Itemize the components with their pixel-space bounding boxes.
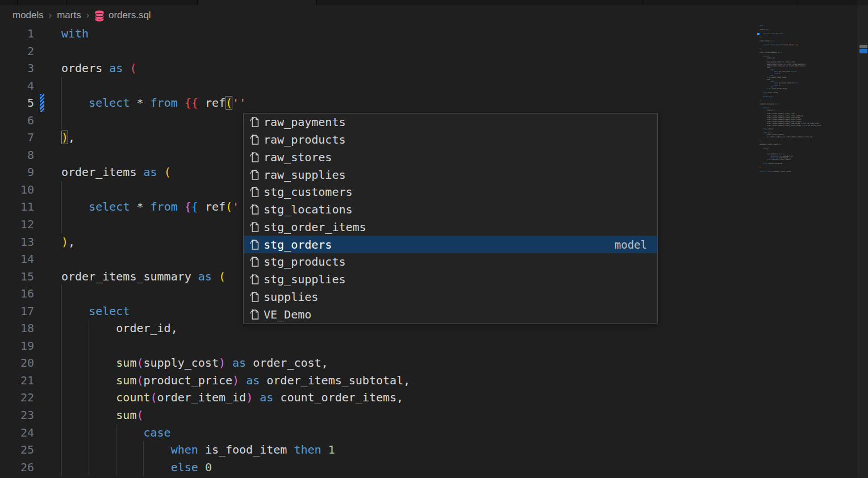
line-number[interactable]: 7 bbox=[0, 129, 34, 146]
breadcrumb-item-models[interactable]: models bbox=[12, 10, 44, 21]
suggest-item-stg_orders[interactable]: stg_ordersmodel bbox=[244, 236, 657, 253]
code-line-19[interactable]: 19 bbox=[0, 337, 868, 355]
gutter-decoration-zone bbox=[34, 354, 61, 372]
code-text: order_items as ( bbox=[61, 163, 171, 181]
scrollbar-overview-ruler[interactable] bbox=[858, 0, 868, 478]
suggest-item-stg_order_items[interactable]: stg_order_items bbox=[244, 219, 657, 236]
model-file-icon bbox=[248, 203, 260, 216]
gutter-decoration-zone bbox=[34, 406, 61, 424]
line-number[interactable]: 18 bbox=[0, 320, 34, 337]
minimap[interactable]: with orders as ( select * from {{ ref(''… bbox=[756, 25, 858, 478]
line-number[interactable]: 12 bbox=[0, 216, 34, 233]
suggest-item-stg_customers[interactable]: stg_customers bbox=[244, 183, 657, 201]
line-number[interactable]: 16 bbox=[0, 285, 34, 303]
indent-guide bbox=[61, 112, 62, 129]
gutter-decoration-zone bbox=[34, 320, 61, 337]
line-number[interactable]: 23 bbox=[0, 406, 34, 424]
code-line-26[interactable]: 26 else 0 bbox=[0, 459, 868, 476]
code-line-24[interactable]: 24 case bbox=[0, 424, 868, 442]
breadcrumb-item-orders-sql[interactable]: orders.sql bbox=[108, 10, 151, 21]
line-number[interactable]: 22 bbox=[0, 389, 34, 406]
suggest-item-stg_products[interactable]: stg_products bbox=[244, 253, 657, 271]
line-number[interactable]: 5 bbox=[0, 94, 34, 112]
suggest-item-raw_supplies[interactable]: raw_supplies bbox=[244, 166, 657, 183]
model-file-icon bbox=[248, 308, 260, 321]
line-number[interactable]: 24 bbox=[0, 424, 34, 442]
line-number[interactable]: 21 bbox=[0, 372, 34, 389]
suggest-item-raw_stores[interactable]: raw_stores bbox=[244, 149, 657, 166]
gutter-decoration-zone bbox=[34, 459, 61, 476]
suggest-item-ve_demo[interactable]: VE_Demo bbox=[244, 305, 657, 323]
code-text: ), bbox=[61, 129, 75, 146]
gutter-decoration-zone bbox=[34, 250, 61, 268]
code-line-25[interactable]: 25 when is_food_item then 1 bbox=[0, 441, 868, 459]
line-number[interactable]: 8 bbox=[0, 146, 34, 164]
suggest-item-detail: model bbox=[615, 238, 654, 251]
gutter-decoration-zone bbox=[34, 389, 61, 406]
model-file-icon bbox=[248, 133, 260, 146]
model-file-icon bbox=[248, 238, 260, 251]
suggest-item-label: stg_orders bbox=[264, 238, 332, 251]
code-line-5[interactable]: 5 select * from {{ ref('' bbox=[0, 94, 868, 112]
code-text: sum( bbox=[61, 406, 144, 424]
line-number[interactable]: 11 bbox=[0, 198, 34, 216]
minimap-content: with orders as ( select * from {{ ref(''… bbox=[760, 25, 821, 173]
code-text: sum(supply_cost) as order_cost, bbox=[61, 354, 328, 372]
code-line-2[interactable]: 2 bbox=[0, 43, 868, 60]
code-text: case bbox=[61, 424, 171, 442]
gutter-decoration-zone bbox=[34, 372, 61, 389]
suggest-item-stg_supplies[interactable]: stg_supplies bbox=[244, 271, 657, 288]
autocomplete-dropdown[interactable]: raw_paymentsraw_productsraw_storesraw_su… bbox=[243, 113, 658, 324]
line-number[interactable]: 2 bbox=[0, 43, 34, 60]
line-number[interactable]: 4 bbox=[0, 77, 34, 95]
line-number[interactable]: 14 bbox=[0, 250, 34, 268]
suggest-item-label: stg_supplies bbox=[264, 272, 346, 286]
code-line-4[interactable]: 4 bbox=[0, 77, 868, 95]
line-number[interactable]: 20 bbox=[0, 354, 34, 372]
model-file-icon bbox=[248, 291, 260, 303]
code-text: select * from {{ ref(' bbox=[61, 198, 239, 216]
line-number[interactable]: 10 bbox=[0, 181, 34, 199]
tab-bar[interactable] bbox=[0, 0, 868, 5]
chevron-right-icon: › bbox=[86, 10, 89, 20]
suggest-item-raw_products[interactable]: raw_products bbox=[244, 131, 657, 149]
line-number[interactable]: 15 bbox=[0, 268, 34, 286]
code-line-23[interactable]: 23 sum( bbox=[0, 406, 868, 424]
model-file-icon bbox=[248, 273, 260, 286]
line-number[interactable]: 19 bbox=[0, 337, 34, 355]
line-number[interactable]: 9 bbox=[0, 163, 34, 181]
code-line-22[interactable]: 22 count(order_item_id) as count_order_i… bbox=[0, 389, 868, 406]
code-line-20[interactable]: 20 sum(supply_cost) as order_cost, bbox=[0, 354, 868, 372]
line-number[interactable]: 3 bbox=[0, 60, 34, 77]
indent-guide bbox=[61, 216, 62, 233]
indent-guide bbox=[61, 285, 62, 303]
gutter-decoration-zone bbox=[34, 25, 61, 43]
breadcrumb-item-marts[interactable]: marts bbox=[57, 10, 81, 21]
suggest-item-stg_locations[interactable]: stg_locations bbox=[244, 201, 657, 219]
line-number[interactable]: 1 bbox=[0, 25, 34, 43]
suggest-item-label: stg_order_items bbox=[264, 220, 366, 234]
code-text: count(order_item_id) as count_order_item… bbox=[61, 389, 403, 406]
code-text: orders as ( bbox=[61, 60, 136, 77]
suggest-item-label: stg_products bbox=[264, 255, 346, 269]
line-number[interactable]: 17 bbox=[0, 303, 34, 320]
gutter-decoration-zone bbox=[34, 146, 61, 164]
gutter-decoration-zone bbox=[34, 77, 61, 95]
suggest-item-label: VE_Demo bbox=[264, 308, 311, 321]
line-number[interactable]: 13 bbox=[0, 233, 34, 251]
code-text: sum(product_price) as order_items_subtot… bbox=[61, 372, 410, 389]
code-line-21[interactable]: 21 sum(product_price) as order_items_sub… bbox=[0, 372, 868, 389]
tab-divider bbox=[465, 0, 465, 5]
suggest-item-supplies[interactable]: supplies bbox=[244, 288, 657, 306]
tab-divider bbox=[66, 0, 66, 5]
line-number[interactable]: 6 bbox=[0, 112, 34, 129]
line-number[interactable]: 26 bbox=[0, 459, 34, 476]
indent-guide bbox=[61, 77, 62, 95]
code-line-1[interactable]: 1with bbox=[0, 25, 868, 43]
database-icon bbox=[94, 10, 105, 22]
active-tab[interactable] bbox=[197, 0, 316, 5]
line-number[interactable]: 25 bbox=[0, 441, 34, 459]
suggest-item-raw_payments[interactable]: raw_payments bbox=[244, 114, 657, 131]
code-line-3[interactable]: 3orders as ( bbox=[0, 60, 868, 77]
model-file-icon bbox=[248, 169, 260, 181]
